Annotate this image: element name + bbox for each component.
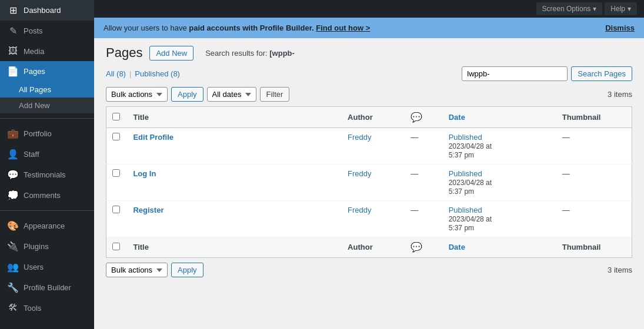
table-footer-row: Title Author 💬 Date Thumbnail <box>106 237 632 258</box>
row-thumbnail-cell: — <box>556 164 632 201</box>
page-title-link-2[interactable]: Register <box>133 206 163 214</box>
page-header: Pages Add New Search results for: [wppb- <box>106 45 632 61</box>
dashboard-icon: ⊞ <box>7 5 19 16</box>
help-button[interactable]: Help ▾ <box>605 2 637 15</box>
add-new-button[interactable]: Add New <box>149 46 193 61</box>
sidebar-item-staff[interactable]: 👤 Staff <box>0 144 94 164</box>
row-checkbox-0[interactable] <box>112 133 120 140</box>
apply-button-bottom[interactable]: Apply <box>171 263 203 277</box>
comment-header-icon: 💬 <box>411 112 422 122</box>
staff-icon: 👤 <box>7 149 19 160</box>
sidebar-item-label: Dashboard <box>24 6 61 15</box>
filter-published-link[interactable]: Published (8) <box>135 69 180 78</box>
sidebar-item-label: Media <box>24 47 44 56</box>
posts-icon: ✎ <box>7 25 19 36</box>
bottom-items-count: 3 items <box>608 266 632 274</box>
sidebar-item-profile-builder[interactable]: 🔧 Profile Builder <box>0 277 94 298</box>
sidebar-item-appearance[interactable]: 🎨 Appearance <box>0 216 94 236</box>
all-pages-label: All Pages <box>19 85 51 94</box>
footer-author-col: Author <box>342 237 405 258</box>
page-title-link-1[interactable]: Log In <box>133 169 156 178</box>
sidebar-item-add-new[interactable]: Add New <box>0 98 94 113</box>
tools-icon: 🛠 <box>7 303 19 313</box>
sidebar-item-plugins[interactable]: 🔌 Plugins <box>0 236 94 257</box>
users-icon: 👥 <box>7 261 19 273</box>
row-checkbox-cell <box>106 164 128 201</box>
top-actions-left: Bulk actions Apply All dates Filter <box>106 87 289 102</box>
author-link-0[interactable]: Freddy <box>348 133 371 142</box>
row-date-cell: Published 2023/04/28 at5:37 pm <box>443 128 556 164</box>
select-all-footer-checkbox[interactable] <box>112 243 120 250</box>
author-link-1[interactable]: Freddy <box>348 169 371 178</box>
sidebar-item-media[interactable]: 🖼 Media <box>0 41 94 61</box>
date-footer-link[interactable]: Date <box>449 243 465 251</box>
screen-options-chevron-icon: ▾ <box>593 5 596 13</box>
top-actions-row: Bulk actions Apply All dates Filter 3 it… <box>106 87 632 102</box>
main-content: Screen Options ▾ Help ▾ Allow your users… <box>94 0 644 329</box>
comment-dash-0: — <box>411 133 418 142</box>
sidebar-item-label: Appearance <box>24 221 65 230</box>
bottom-actions-row: Bulk actions Apply 3 items <box>106 263 632 277</box>
author-link-2[interactable]: Freddy <box>348 206 371 214</box>
sidebar-item-dashboard[interactable]: ⊞ Dashboard <box>0 0 94 21</box>
notification-text: Allow your users to have paid accounts w… <box>104 24 370 32</box>
date-value-1: 2023/04/28 at5:37 pm <box>449 179 492 196</box>
pages-table: Title Author 💬 Date Thumbnail <box>106 106 632 258</box>
row-title-cell: Register <box>127 201 342 237</box>
notification-bold: paid accounts with Profile Builder. <box>189 24 313 32</box>
row-title-cell: Edit Profile <box>127 128 342 164</box>
row-comment-cell: — <box>405 164 442 201</box>
sidebar-item-label: Comments <box>24 191 61 200</box>
dates-select[interactable]: All dates <box>207 87 256 102</box>
header-title-col: Title <box>127 107 342 128</box>
add-new-label: Add New <box>19 101 50 110</box>
sidebar-item-label: Portfolio <box>24 129 52 138</box>
page-title-link-0[interactable]: Edit Profile <box>133 133 173 142</box>
row-checkbox-2[interactable] <box>112 206 120 213</box>
dismiss-link[interactable]: Dismiss <box>605 24 635 32</box>
select-all-checkbox[interactable] <box>112 113 120 120</box>
content-area: Allow your users to have paid accounts w… <box>94 18 644 329</box>
comment-footer-icon: 💬 <box>411 242 422 252</box>
sidebar-item-tools[interactable]: 🛠 Tools <box>0 298 94 318</box>
bulk-actions-select-bottom[interactable]: Bulk actions <box>106 263 168 277</box>
date-header-link[interactable]: Date <box>449 113 465 122</box>
date-status-0: Published <box>449 133 482 142</box>
footer-checkbox-col <box>106 237 128 258</box>
search-pages-button[interactable]: Search Pages <box>571 66 632 81</box>
notification-link[interactable]: Find out how > <box>316 24 370 32</box>
sidebar-item-pages[interactable]: 📄 Pages <box>0 61 94 82</box>
row-thumbnail-cell: — <box>556 128 632 164</box>
row-checkbox-1[interactable] <box>112 169 120 177</box>
table-body: Edit Profile Freddy — Published 2023/04/… <box>106 128 632 237</box>
sidebar-item-comments[interactable]: 💭 Comments <box>0 185 94 206</box>
row-author-cell: Freddy <box>342 128 405 164</box>
row-date-cell: Published 2023/04/28 at5:37 pm <box>443 164 556 201</box>
table-row: Edit Profile Freddy — Published 2023/04/… <box>106 128 632 164</box>
sidebar-item-testimonials[interactable]: 💬 Testimonials <box>0 164 94 185</box>
filter-separator: | <box>129 69 131 78</box>
row-author-cell: Freddy <box>342 201 405 237</box>
thumbnail-dash-0: — <box>562 133 570 142</box>
search-query: [wppb- <box>269 49 295 58</box>
apply-button-top[interactable]: Apply <box>171 87 203 102</box>
footer-title-col: Title <box>127 237 342 258</box>
portfolio-icon: 💼 <box>7 128 19 139</box>
sidebar-item-label: Posts <box>24 26 43 35</box>
screen-options-button[interactable]: Screen Options ▾ <box>536 2 603 15</box>
bulk-actions-select-top[interactable]: Bulk actions <box>106 87 168 102</box>
search-pages-input[interactable] <box>462 66 568 81</box>
sidebar-item-posts[interactable]: ✎ Posts <box>0 21 94 41</box>
row-comment-cell: — <box>405 201 442 237</box>
help-label: Help <box>610 5 625 13</box>
sidebar-divider-1 <box>0 118 94 119</box>
sidebar-item-portfolio[interactable]: 💼 Portfolio <box>0 123 94 144</box>
pages-submenu: All Pages Add New <box>0 82 94 113</box>
sidebar-item-all-pages[interactable]: All Pages <box>0 82 94 98</box>
filters-right: Search Pages <box>462 66 632 81</box>
footer-thumbnail-col: Thumbnail <box>556 237 632 258</box>
sidebar-item-users[interactable]: 👥 Users <box>0 257 94 277</box>
filter-all-link[interactable]: All (8) <box>106 69 126 78</box>
filter-button-top[interactable]: Filter <box>260 87 290 102</box>
profile-builder-icon: 🔧 <box>7 282 19 293</box>
